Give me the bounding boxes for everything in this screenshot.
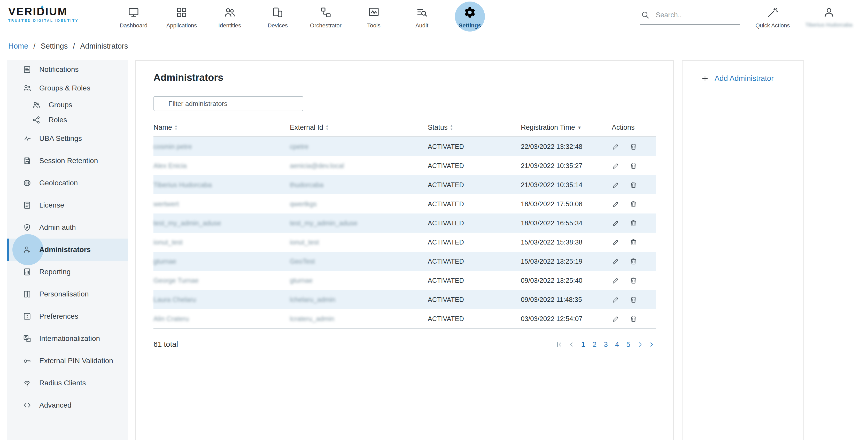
sort-both-icon: ▴▾	[175, 124, 177, 131]
table-row[interactable]: Alex Enicia aenicia@dev.local ACTIVATED …	[153, 156, 656, 175]
preferences-icon	[23, 312, 32, 321]
registration-time-value: 09/03/2022 11:48:35	[521, 296, 612, 304]
edit-button[interactable]	[612, 257, 620, 265]
nav-item-settings[interactable]: Settings	[446, 0, 494, 35]
column-header-status[interactable]: Status ▴▾	[428, 123, 521, 131]
pencil-icon	[612, 142, 620, 151]
edit-button[interactable]	[612, 238, 620, 246]
table-header-row: Name ▴▾ External Id ▴▾ Status ▴▾ Registr…	[153, 118, 656, 137]
delete-button[interactable]	[629, 200, 638, 208]
table-row[interactable]: ionut_test ionut_test ACTIVATED 15/03/20…	[153, 233, 656, 252]
table-row[interactable]: Laura Chelaru lchelaru_admin ACTIVATED 0…	[153, 290, 656, 309]
filter-administrators-input[interactable]	[153, 96, 303, 111]
edit-button[interactable]	[612, 295, 620, 304]
admin-auth-icon	[23, 223, 32, 232]
delete-button[interactable]	[629, 181, 638, 189]
sidebar-item-notifications[interactable]: Notifications	[7, 60, 128, 79]
add-administrator-button[interactable]: Add Administrator	[701, 74, 803, 83]
sidebar-item-external-pin-validation[interactable]: External PIN Validation	[7, 350, 128, 372]
nav-item-tools[interactable]: Tools	[350, 0, 398, 35]
sidebar-item-geolocation[interactable]: Geolocation	[7, 172, 128, 194]
edit-button[interactable]	[612, 315, 620, 323]
notifications-icon	[23, 65, 32, 74]
edit-button[interactable]	[612, 161, 620, 170]
registration-time-value: 21/03/2022 10:35:27	[521, 162, 612, 170]
admin-external-id: aenicia@dev.local	[290, 162, 428, 170]
admin-name: George Turnae	[153, 276, 290, 285]
app-window: VERIDIUM ▲ TRUSTED DIGITAL IDENTITY Dash…	[0, 0, 868, 443]
sidebar-item-internationalization[interactable]: Internationalization	[7, 327, 128, 350]
table-row[interactable]: cosmin petre cpetre ACTIVATED 22/03/2022…	[153, 137, 656, 156]
table-row[interactable]: Alin Crateru lcrateru_admin ACTIVATED 03…	[153, 309, 656, 328]
status-value: ACTIVATED	[428, 219, 521, 227]
sidebar-item-advanced[interactable]: Advanced	[7, 394, 128, 416]
veridium-logo[interactable]: VERIDIUM ▲ TRUSTED DIGITAL IDENTITY	[8, 6, 87, 23]
table-row[interactable]: Tiberius Hudorcaba thudorcaba ACTIVATED …	[153, 175, 656, 195]
breadcrumb-separator: /	[33, 42, 35, 50]
delete-button[interactable]	[629, 238, 638, 246]
page-number-2[interactable]: 2	[592, 341, 597, 349]
administrators-panel: Administrators Name ▴▾ External Id ▴▾ St…	[135, 60, 674, 440]
sidebar-item-radius-clients[interactable]: Radius Clients	[7, 372, 128, 394]
delete-button[interactable]	[629, 161, 638, 170]
column-label: Name	[153, 123, 172, 131]
uba-settings-icon	[23, 134, 32, 143]
edit-button[interactable]	[612, 200, 620, 208]
page-number-1[interactable]: 1	[581, 341, 586, 349]
nav-item-audit[interactable]: Audit	[398, 0, 446, 35]
user-avatar-icon	[823, 6, 835, 19]
delete-button[interactable]	[629, 276, 638, 285]
sidebar-item-uba-settings[interactable]: UBA Settings	[7, 127, 128, 150]
skip-first-icon	[556, 342, 562, 348]
nav-item-devices[interactable]: Devices	[254, 0, 302, 35]
page-number-4[interactable]: 4	[615, 341, 620, 349]
registration-time-value: 15/03/2022 13:25:19	[521, 258, 612, 265]
last-page-button[interactable]	[649, 342, 656, 348]
registration-time-value: 18/03/2022 16:55:34	[521, 219, 612, 227]
nav-label: Applications	[166, 22, 197, 29]
delete-button[interactable]	[629, 315, 638, 323]
previous-page-button[interactable]	[568, 342, 575, 348]
column-header-external-id[interactable]: External Id ▴▾	[290, 123, 428, 131]
sidebar-item-roles[interactable]: Roles	[7, 112, 128, 127]
edit-button[interactable]	[612, 219, 620, 227]
table-row[interactable]: George Turnae gturnae ACTIVATED 09/03/20…	[153, 271, 656, 290]
delete-button[interactable]	[629, 142, 638, 151]
column-header-name[interactable]: Name ▴▾	[153, 123, 290, 131]
sidebar-item-groups-roles[interactable]: Groups & Roles	[7, 79, 128, 97]
sidebar-item-personalisation[interactable]: Personalisation	[7, 283, 128, 305]
breadcrumb-settings[interactable]: Settings	[40, 42, 68, 50]
delete-button[interactable]	[629, 219, 638, 227]
edit-button[interactable]	[612, 142, 620, 151]
user-menu[interactable]: Tiberius Hudorcaba	[805, 0, 852, 28]
nav-item-identities[interactable]: Identities	[206, 0, 254, 35]
table-row[interactable]: gturnae GeoTest ACTIVATED 15/03/2022 13:…	[153, 252, 656, 271]
sidebar-item-groups[interactable]: Groups	[7, 97, 128, 112]
administrators-icon	[23, 245, 32, 254]
actions-panel: Add Administrator	[682, 60, 804, 440]
page-number-5[interactable]: 5	[626, 341, 631, 349]
search-input[interactable]	[655, 10, 732, 20]
breadcrumb-home-link[interactable]: Home	[8, 42, 28, 50]
first-page-button[interactable]	[556, 342, 562, 348]
page-number-3[interactable]: 3	[603, 341, 609, 349]
edit-button[interactable]	[612, 181, 620, 189]
sidebar-item-license[interactable]: License	[7, 194, 128, 216]
nav-item-applications[interactable]: Applications	[158, 0, 206, 35]
sort-both-icon: ▴▾	[326, 124, 328, 131]
sidebar-item-preferences[interactable]: Preferences	[7, 305, 128, 327]
nav-item-orchestrator[interactable]: Orchestrator	[302, 0, 350, 35]
column-header-registration-time[interactable]: Registration Time ▾	[521, 123, 612, 131]
nav-item-dashboard[interactable]: Dashboard	[110, 0, 158, 35]
table-row[interactable]: wertwert qwertkgs ACTIVATED 18/03/2022 1…	[153, 195, 656, 213]
quick-actions-button[interactable]: Quick Actions	[755, 0, 790, 29]
sidebar-item-label: Advanced	[39, 401, 71, 409]
edit-button[interactable]	[612, 276, 620, 285]
pencil-icon	[612, 295, 620, 304]
sidebar-item-administrators[interactable]: Administrators	[7, 239, 128, 261]
next-page-button[interactable]	[637, 342, 643, 348]
delete-button[interactable]	[629, 257, 638, 265]
table-row[interactable]: test_my_admin_aduse test_my_admin_aduse …	[153, 213, 656, 233]
sidebar-item-session-retention[interactable]: Session Retention	[7, 150, 128, 172]
delete-button[interactable]	[629, 295, 638, 304]
